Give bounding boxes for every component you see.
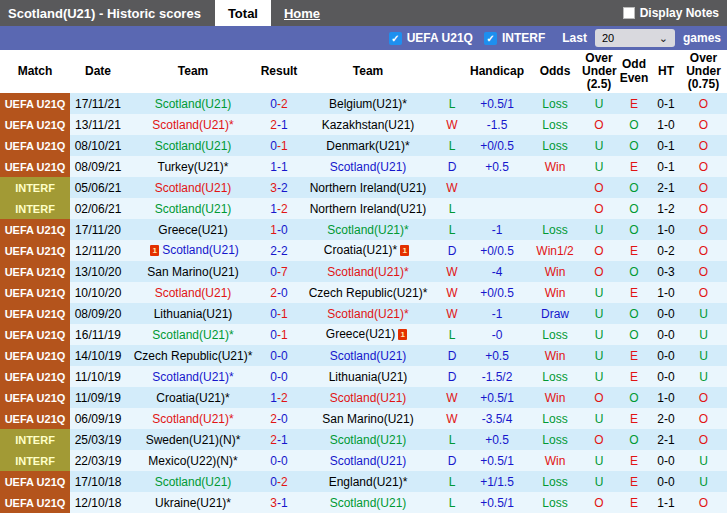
handicap-value: -3.5/4: [466, 408, 528, 429]
away-team: Northern Ireland(U21): [298, 198, 438, 219]
home-score: 0: [270, 349, 277, 363]
match-date: 22/03/19: [70, 450, 126, 471]
half-time-score: 1-0: [652, 387, 680, 408]
wdl-value: L: [449, 202, 456, 216]
win-draw-loss: W: [438, 408, 466, 429]
handicap-number: +0/0.5: [480, 139, 514, 153]
handicap-number: -1: [492, 307, 503, 321]
table-row: UEFA U21Q17/10/18Scotland(U21)0-2England…: [0, 471, 727, 492]
home-team: Scotland(U21)*: [126, 114, 260, 135]
over-under-075: O: [680, 240, 727, 261]
home-team: Mexico(U22)(N)*: [126, 450, 260, 471]
odds-result: Win: [528, 450, 582, 471]
uefa-u21q-checkbox checkmark-icon[interactable]: [389, 32, 402, 45]
half-time-score: 1-0: [652, 219, 680, 240]
home-team-name: Turkey(U21)*: [158, 160, 229, 174]
col-result: Result: [260, 50, 298, 93]
table-row: UEFA U21Q06/09/19Scotland(U21)*2-0San Ma…: [0, 408, 727, 429]
away-team-name: Scotland(U21)*: [327, 307, 408, 321]
result-score: 0-2: [260, 471, 298, 492]
win-draw-loss: W: [438, 177, 466, 198]
odd-even-value: O: [629, 202, 638, 216]
away-team-name: San Marino(U21): [322, 412, 413, 426]
away-score: 1: [281, 118, 288, 132]
over-under-25-value: U: [595, 139, 604, 153]
over-under-25-value: U: [595, 370, 604, 384]
table-row: UEFA U21Q08/09/20Lithuania(U21)0-1Scotla…: [0, 303, 727, 324]
col-odds: Odds: [528, 50, 582, 93]
over-under-075-value: O: [699, 433, 708, 447]
result-score: 1-2: [260, 198, 298, 219]
handicap-number: +0.5: [485, 433, 509, 447]
home-team: Scotland(U21): [126, 282, 260, 303]
odd-even-value: E: [630, 370, 638, 384]
result-score: 1-2: [260, 387, 298, 408]
wdl-value: W: [446, 265, 457, 279]
table-row: UEFA U21Q17/11/20Greece(U21)1-0Scotland(…: [0, 219, 727, 240]
away-score: 1: [281, 307, 288, 321]
tab-total[interactable]: Total: [215, 0, 271, 26]
win-draw-loss: D: [438, 450, 466, 471]
home-score: 1: [270, 202, 277, 216]
tab-home[interactable]: Home: [271, 0, 333, 26]
table-row: UEFA U21Q12/10/18Ukraine(U21)*3-1Scotlan…: [0, 492, 727, 513]
win-draw-loss: W: [438, 303, 466, 324]
match-date: 17/11/21: [70, 93, 126, 114]
over-under-25: O: [582, 114, 616, 135]
display-notes-checkbox[interactable]: [623, 7, 635, 19]
away-score: 2: [281, 244, 288, 258]
away-team: Scotland(U21): [298, 387, 438, 408]
over-under-25: U: [582, 450, 616, 471]
odd-even: O: [616, 114, 652, 135]
match-date: 12/10/18: [70, 492, 126, 513]
odd-even: O: [616, 303, 652, 324]
away-team-name: England(U21)*: [329, 475, 408, 489]
over-under-075-value: O: [699, 118, 708, 132]
title-bar: Scotland(U21) - Historic scores Total Ho…: [0, 0, 727, 26]
odd-even: E: [616, 345, 652, 366]
odd-even-value: O: [629, 433, 638, 447]
odd-even: O: [616, 261, 652, 282]
over-under-25: O: [582, 492, 616, 513]
match-type-badge: UEFA U21Q: [0, 408, 70, 429]
away-team-name: Scotland(U21): [330, 391, 407, 405]
odds-result: Loss: [528, 93, 582, 114]
over-under-25: O: [582, 261, 616, 282]
odd-even-value: E: [630, 475, 638, 489]
away-team-name: Scotland(U21)*: [327, 223, 408, 237]
interf-checkbox checkmark-icon[interactable]: [484, 32, 497, 45]
over-under-075-value: U: [699, 454, 708, 468]
odds-value: Win: [545, 454, 566, 468]
games-count-select[interactable]: 20: [595, 29, 675, 47]
odds-value: Loss: [542, 328, 567, 342]
home-score: 0: [270, 97, 277, 111]
home-score: 2: [270, 286, 277, 300]
handicap-value: +0/0.5: [466, 240, 528, 261]
away-score: 2: [281, 97, 288, 111]
over-under-25-value: U: [595, 412, 604, 426]
odd-even: O: [616, 429, 652, 450]
table-row: UEFA U21Q11/09/19Croatia(U21)*1-2Scotlan…: [0, 387, 727, 408]
over-under-075: O: [680, 177, 727, 198]
handicap-value: +0.5: [466, 345, 528, 366]
away-team-name: Northern Ireland(U21): [310, 202, 427, 216]
odds-result: [528, 198, 582, 219]
away-team-name: Kazakhstan(U21): [322, 118, 415, 132]
home-score: 1: [270, 160, 277, 174]
odds-result: Win: [528, 282, 582, 303]
col-handicap: Handicap: [466, 50, 528, 93]
home-score: 3: [270, 181, 277, 195]
odds-value: Loss: [542, 433, 567, 447]
home-score: 0: [270, 328, 277, 342]
over-under-075: O: [680, 492, 727, 513]
odd-even: E: [616, 282, 652, 303]
home-team: 1Scotland(U21): [126, 240, 260, 261]
over-under-075-value: U: [699, 328, 708, 342]
over-under-075: O: [680, 282, 727, 303]
match-date: 08/09/20: [70, 303, 126, 324]
handicap-value: +1/1.5: [466, 471, 528, 492]
over-under-075: O: [680, 156, 727, 177]
handicap-value: [466, 177, 528, 198]
match-type-badge: UEFA U21Q: [0, 156, 70, 177]
away-score: 0: [281, 454, 288, 468]
